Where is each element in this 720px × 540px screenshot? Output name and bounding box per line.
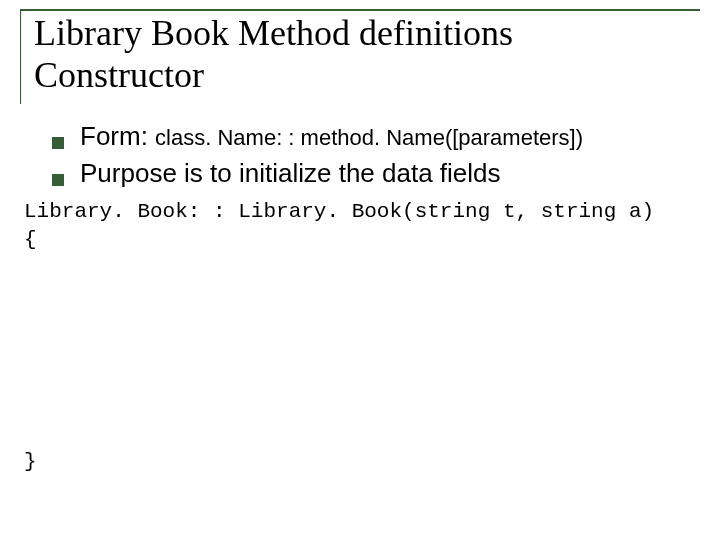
slide: Library Book Method definitions Construc…: [0, 0, 720, 540]
code-line: Library. Book: : Library. Book(string t,…: [24, 198, 704, 226]
bullet-label: Purpose is to initialize the data fields: [80, 158, 501, 188]
code-block: Library. Book: : Library. Book(string t,…: [24, 198, 704, 255]
code-close-brace: }: [24, 450, 37, 473]
body-area: Form: class. Name: : method. Name([param…: [32, 120, 692, 193]
title-line-1: Library Book Method definitions: [34, 13, 513, 53]
bullet-item: Purpose is to initialize the data fields: [32, 157, 692, 190]
bullet-detail: class. Name: : method. Name([parameters]…: [155, 125, 583, 150]
bullet-text: Form: class. Name: : method. Name([param…: [80, 120, 583, 153]
code-line: {: [24, 226, 704, 254]
bullet-text: Purpose is to initialize the data fields: [80, 157, 501, 190]
slide-title: Library Book Method definitions Construc…: [20, 8, 700, 97]
square-bullet-icon: [52, 137, 64, 149]
title-line-2: Constructor: [34, 55, 204, 95]
bullet-label: Form:: [80, 121, 155, 151]
bullet-item: Form: class. Name: : method. Name([param…: [32, 120, 692, 153]
title-area: Library Book Method definitions Construc…: [20, 8, 700, 97]
square-bullet-icon: [52, 174, 64, 186]
